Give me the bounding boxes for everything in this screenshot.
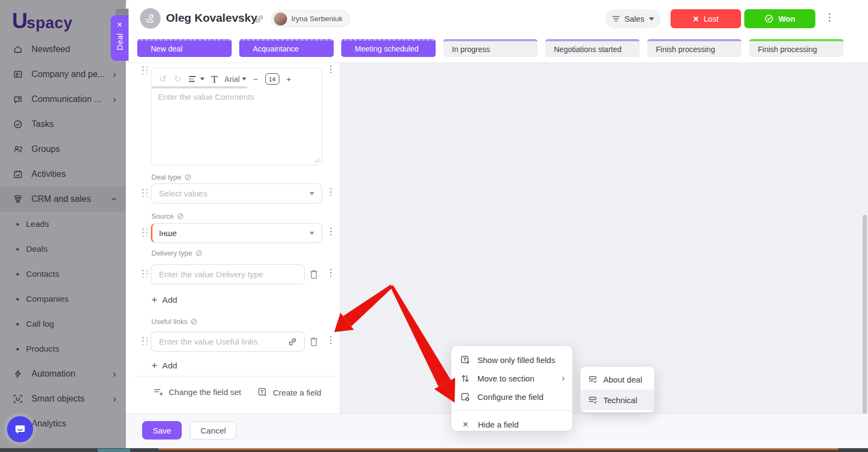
chevron-down-icon — [309, 192, 315, 195]
funnel-selector[interactable]: Sales — [605, 9, 661, 28]
chevron-down-icon — [200, 78, 205, 80]
stage-label: Meeting scheduled — [355, 44, 419, 53]
useful-links-input[interactable] — [151, 337, 304, 346]
x-icon: × — [693, 14, 699, 24]
stage-negotiations-started[interactable]: Negotiations started — [545, 39, 640, 57]
font-family-select[interactable]: Arial — [225, 75, 246, 84]
plus-icon: + — [151, 360, 157, 371]
stage-new-deal[interactable]: New deal — [137, 39, 232, 57]
close-icon[interactable]: × — [117, 20, 123, 29]
drag-handle[interactable] — [142, 189, 148, 198]
deal-tab[interactable]: × Deal — [111, 15, 129, 61]
field-context-menu: Show only filled fields Move to section … — [451, 346, 572, 431]
drag-handle[interactable] — [142, 337, 148, 346]
eye-off-icon — [190, 318, 197, 325]
cancel-button[interactable]: Cancel — [190, 421, 237, 440]
comments-input[interactable] — [158, 92, 315, 160]
add-delivery-value-button[interactable]: + Add — [151, 295, 177, 305]
won-button[interactable]: Won — [744, 9, 815, 28]
funnel-label: Sales — [624, 15, 644, 23]
save-button[interactable]: Save — [142, 421, 182, 440]
stage-finish-processing-2[interactable]: Finish processing — [749, 39, 844, 57]
section-icon — [588, 396, 597, 405]
trash-icon[interactable] — [309, 269, 319, 280]
menu-item-move-to-section[interactable]: Move to section › — [451, 369, 572, 387]
delivery-type-field — [151, 264, 305, 284]
deal-type-field-menu[interactable]: ⋮ — [326, 187, 335, 197]
menu-item-configure-the-field[interactable]: Configure the field — [451, 387, 572, 406]
menu-item-label: Configure the field — [477, 392, 544, 402]
useful-links-field-menu[interactable]: ⋮ — [326, 335, 335, 345]
stage-acquaintance[interactable]: Acquaintance — [239, 39, 334, 57]
submenu-item-technical[interactable]: Technical — [580, 390, 654, 410]
useful-links-field — [151, 332, 305, 352]
menu-item-label: Show only filled fields — [477, 355, 555, 365]
move-to-section-submenu: About deal Technical — [580, 367, 654, 412]
undo-icon[interactable]: ↺ — [159, 73, 167, 85]
add-label: Add — [162, 295, 177, 305]
resize-handle[interactable] — [315, 158, 320, 163]
create-field-icon — [258, 387, 267, 397]
field-label-useful-links: Useful links — [151, 317, 197, 326]
field-set-icon — [154, 388, 163, 397]
strip-teal-segment — [98, 449, 130, 452]
submenu-item-about-deal[interactable]: About deal — [580, 369, 654, 390]
add-label: Add — [162, 361, 177, 371]
menu-item-label: Move to section — [477, 374, 534, 383]
chat-bubble-icon — [14, 423, 27, 436]
deal-tab-label: Deal — [116, 33, 124, 50]
scrollbar-thumb[interactable] — [863, 215, 867, 443]
stage-in-progress[interactable]: In progress — [443, 39, 538, 57]
submenu-item-label: About deal — [603, 375, 642, 384]
source-select[interactable]: Інше — [151, 223, 322, 243]
add-useful-link-button[interactable]: + Add — [151, 360, 177, 371]
stage-label: Acquaintance — [253, 44, 299, 53]
source-field-menu[interactable]: ⋮ — [326, 227, 335, 237]
menu-item-label: Hide a field — [478, 420, 519, 429]
eye-off-icon — [177, 213, 184, 220]
field-label-source: Source — [151, 212, 184, 220]
stage-finish-processing-1[interactable]: Finish processing — [647, 39, 742, 57]
submenu-item-label: Technical — [603, 396, 637, 405]
stage-label: Finish processing — [758, 45, 817, 54]
x-icon: × — [460, 419, 471, 430]
deal-avatar — [140, 8, 161, 29]
text-style-button[interactable]: T — [212, 74, 218, 85]
drag-handle[interactable] — [142, 66, 148, 75]
header-kebab-menu[interactable]: ⋮ — [825, 12, 835, 23]
menu-item-hide-a-field[interactable]: × Hide a field — [451, 415, 572, 434]
chevron-down-icon — [309, 232, 315, 235]
drag-handle[interactable] — [142, 228, 148, 237]
stage-meeting-scheduled[interactable]: Meeting scheduled — [341, 39, 436, 57]
assignee-chip[interactable]: Iryna Serbeniuk — [271, 10, 350, 27]
filled-fields-icon — [460, 355, 470, 365]
stage-label: New deal — [151, 44, 182, 53]
plus-icon: + — [151, 295, 157, 305]
field-label-delivery-type: Delivery type — [151, 249, 202, 257]
comments-field-menu[interactable]: ⋮ — [326, 65, 335, 74]
link-icon[interactable] — [287, 336, 298, 347]
field-label-text: Useful links — [151, 317, 187, 326]
font-size-decrease-button[interactable]: − — [253, 74, 258, 84]
chevron-right-icon: › — [561, 373, 565, 384]
trash-icon[interactable] — [309, 336, 319, 347]
lost-button[interactable]: × Lost — [671, 9, 741, 28]
redo-icon[interactable]: ↻ — [174, 73, 181, 85]
modal-backdrop[interactable] — [0, 0, 126, 452]
font-size-increase-button[interactable]: + — [286, 74, 291, 84]
change-field-set-button[interactable]: Change the field set — [154, 387, 241, 397]
support-chat-button[interactable] — [7, 416, 33, 442]
field-label-text: Delivery type — [151, 249, 192, 257]
create-field-button[interactable]: Create a field — [258, 387, 321, 397]
delivery-type-input[interactable] — [151, 270, 304, 279]
delivery-type-field-menu[interactable]: ⋮ — [326, 268, 335, 278]
assignee-name: Iryna Serbeniuk — [291, 15, 343, 23]
drag-handle[interactable] — [142, 270, 148, 278]
editor-toolbar: ↺ ↻ T Arial − 14 + — [151, 68, 322, 87]
menu-item-show-only-filled-fields[interactable]: Show only filled fields — [451, 351, 572, 369]
field-label-deal-type: Deal type — [151, 173, 192, 181]
deal-type-select[interactable]: Select values — [151, 183, 322, 203]
font-size-value[interactable]: 14 — [265, 73, 279, 85]
align-menu-button[interactable] — [189, 76, 205, 82]
copy-link-icon[interactable] — [254, 14, 265, 24]
